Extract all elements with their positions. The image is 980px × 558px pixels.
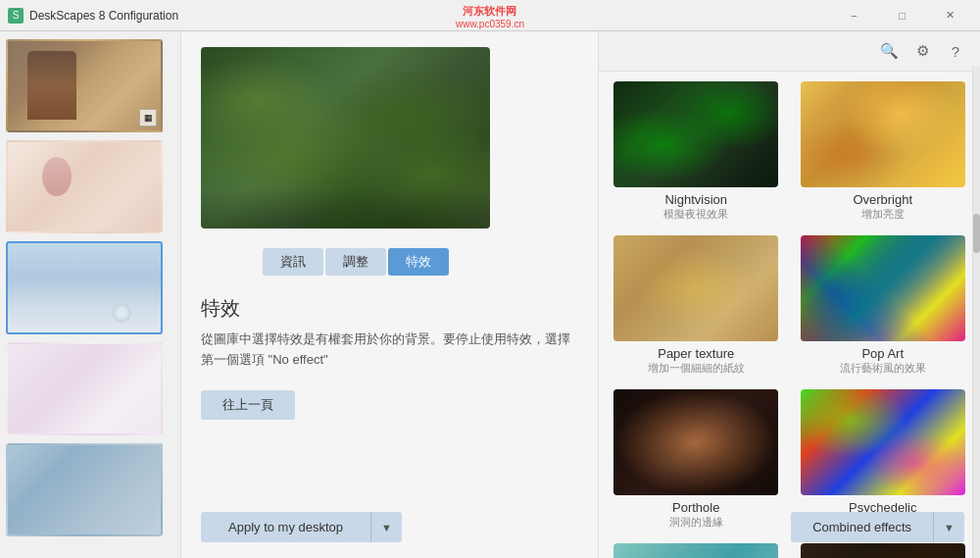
effect-partial-2[interactable] [798,543,969,558]
apply-to-desktop-button[interactable]: Apply to my desktop [201,512,371,542]
list-item[interactable] [6,443,163,536]
preview-image [201,47,490,228]
app-body: ▦ 資訊 調整 特效 特效 從圖庫中選擇特效是有權套用於你的背景。要停止使用特效… [0,31,980,558]
effect-partial-1[interactable] [611,543,782,558]
effect-desc-overbright: 增加亮度 [861,207,905,222]
thumb-icon: ▦ [139,109,157,127]
effect-thumb-psychedelic [801,389,965,495]
preview-and-tabs: 資訊 調整 特效 [201,47,490,291]
effect-nightvision[interactable]: Nightvision 模擬夜視效果 [611,81,782,222]
center-area: 資訊 調整 特效 特效 從圖庫中選擇特效是有權套用於你的背景。要停止使用特效，選… [201,47,578,542]
sidebar: ▦ [0,31,181,558]
right-toolbar: 🔍 ⚙ ? [599,31,980,72]
effect-thumb-overbright [801,81,965,187]
watermark-line1: 河东软件网 [456,4,524,19]
effect-name-paper: Paper texture [658,346,734,361]
effect-name-porthole: Porthole [672,500,719,515]
effect-thumb-paper [613,235,778,341]
apply-dropdown-button[interactable]: ▼ [371,512,402,542]
titlebar-title: DeskScapes 8 Configuration [29,9,178,23]
effect-paper-texture[interactable]: Paper texture 增加一個細細的紙紋 [611,235,782,376]
effects-grid: Nightvision 模擬夜視效果 Overbright 增加亮度 Paper… [599,72,980,558]
tab-bar: 資訊 調整 特效 [263,248,449,276]
list-item[interactable]: ▦ [6,39,163,132]
gear-icon: ⚙ [916,42,929,60]
effect-desc-nightvision: 模擬夜視效果 [663,207,728,222]
effect-thumb-porthole [613,389,778,495]
list-item[interactable] [6,140,163,233]
maximize-button[interactable]: □ [880,1,924,30]
effect-desc-paper: 增加一個細細的紙紋 [648,361,745,376]
combined-effects-button[interactable]: Combined effects [791,512,934,542]
center-content: 資訊 調整 特效 特效 從圖庫中選擇特效是有權套用於你的背景。要停止使用特效，選… [181,31,598,558]
section-title: 特效 [201,295,240,322]
titlebar: S DeskScapes 8 Configuration 河东软件网 www.p… [0,0,980,31]
effect-thumb-popart [801,235,965,341]
effect-overbright[interactable]: Overbright 增加亮度 [798,81,969,222]
effect-pop-art[interactable]: Pop Art 流行藝術風的效果 [798,235,969,376]
titlebar-controls: − □ ✕ [832,1,972,30]
watermark: 河东软件网 www.pc0359.cn [456,4,524,29]
effect-porthole[interactable]: Porthole 洞洞的邊緣 [611,389,782,530]
effect-thumb-partial1 [613,543,778,558]
minimize-button[interactable]: − [832,1,876,30]
settings-button[interactable]: ⚙ [907,37,937,65]
search-button[interactable]: 🔍 [874,37,904,65]
combined-bar: Combined effects ▼ [791,512,964,542]
search-icon: 🔍 [880,42,899,60]
scrollbar-track[interactable] [972,67,980,558]
right-panel: 🔍 ⚙ ? Nightvision 模擬夜視效果 Overbright 增加亮度 [598,31,980,558]
scrollbar-thumb[interactable] [973,214,980,253]
watermark-line2: www.pc0359.cn [456,19,524,29]
apply-bar: Apply to my desktop ▼ [201,512,402,542]
effect-thumb-partial2 [801,543,965,558]
tab-effects[interactable]: 特效 [388,248,449,276]
tab-info[interactable]: 資訊 [263,248,323,276]
close-button[interactable]: ✕ [928,1,972,30]
tab-adjust[interactable]: 調整 [325,248,386,276]
effect-psychedelic[interactable]: Psychedelic 迷幻的色彩！ [798,389,969,530]
help-button[interactable]: ? [941,37,970,65]
combined-dropdown-button[interactable]: ▼ [934,512,964,542]
app-icon: S [8,8,24,24]
effect-name-nightvision: Nightvision [664,192,727,207]
effect-name-popart: Pop Art [861,346,904,361]
section-description: 從圖庫中選擇特效是有權套用於你的背景。要停止使用特效，選擇第一個選項 "No e… [201,330,578,371]
list-item[interactable] [6,241,163,334]
effect-name-overbright: Overbright [853,192,912,207]
titlebar-left: S DeskScapes 8 Configuration [8,8,178,24]
effect-desc-porthole: 洞洞的邊緣 [669,515,723,530]
help-icon: ? [952,43,959,60]
effect-thumb-nightvision [613,81,778,187]
effect-desc-popart: 流行藝術風的效果 [840,361,926,376]
back-button[interactable]: 往上一頁 [201,390,295,420]
list-item[interactable] [6,342,163,435]
